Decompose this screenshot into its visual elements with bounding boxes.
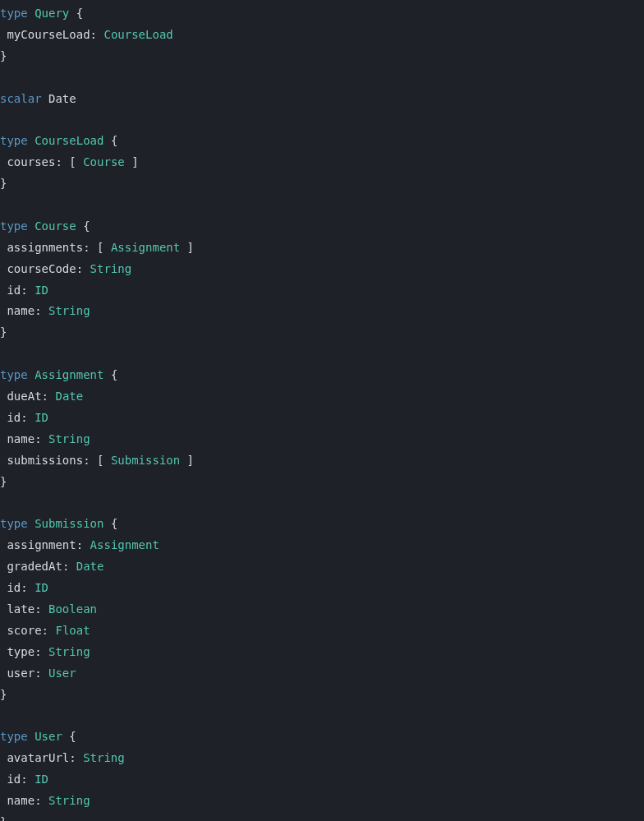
- token-brace: {: [104, 134, 117, 147]
- token-ftype: Date: [55, 390, 83, 403]
- token-field: id: [7, 773, 21, 786]
- token-tname: Query: [34, 7, 69, 20]
- token-kw: type: [0, 517, 28, 530]
- token-brace: :: [34, 794, 48, 807]
- token-kw: type: [0, 730, 28, 743]
- graphql-schema-code: type Query { myCourseLoad: CourseLoad } …: [0, 0, 644, 821]
- token-field: name: [7, 432, 34, 445]
- token-brace: :: [21, 581, 34, 594]
- token-ftype: ID: [34, 411, 48, 424]
- token-field: assignments: [7, 241, 83, 254]
- token-ftype: Assignment: [111, 241, 180, 254]
- token-brace: : [: [55, 155, 83, 168]
- token-ftype: Assignment: [90, 538, 159, 551]
- token-ftype: Boolean: [48, 602, 97, 616]
- token-brace: }: [0, 688, 7, 701]
- token-ftype: ID: [34, 773, 48, 786]
- token-brace: {: [104, 368, 117, 381]
- token-ftype: String: [48, 794, 90, 807]
- token-kw: type: [0, 219, 28, 233]
- token-ftype: String: [90, 262, 132, 275]
- token-brace: :: [76, 262, 90, 275]
- token-brace: :: [69, 751, 83, 764]
- token-brace: :: [34, 304, 48, 317]
- token-date: Date: [48, 92, 76, 105]
- token-brace: ]: [125, 155, 139, 168]
- token-brace: }: [0, 325, 7, 339]
- token-ftype: ID: [34, 581, 48, 594]
- token-field: id: [7, 411, 21, 424]
- token-field: user: [7, 666, 34, 680]
- token-brace: :: [76, 538, 90, 551]
- token-tname: User: [34, 730, 62, 743]
- token-kw: type: [0, 134, 28, 147]
- token-brace: {: [104, 517, 117, 530]
- token-ftype: Date: [76, 560, 104, 573]
- token-ftype: String: [83, 751, 125, 764]
- token-ftype: String: [48, 304, 90, 317]
- token-kw: type: [0, 7, 28, 20]
- token-kw: scalar: [0, 92, 42, 105]
- token-brace: :: [42, 390, 56, 403]
- token-field: id: [7, 581, 21, 594]
- token-field: type: [7, 645, 34, 658]
- token-kw: type: [0, 368, 28, 381]
- token-ftype: ID: [34, 284, 48, 297]
- token-tname: Course: [34, 219, 76, 233]
- token-brace: :: [34, 602, 48, 616]
- token-brace: {: [69, 7, 83, 20]
- token-brace: :: [21, 284, 34, 297]
- token-field: name: [7, 794, 34, 807]
- token-field: score: [7, 624, 41, 637]
- token-field: myCourseLoad: [7, 28, 90, 41]
- token-ftype: Course: [83, 155, 125, 168]
- token-brace: }: [0, 49, 7, 62]
- token-brace: :: [21, 411, 34, 424]
- token-brace: :: [62, 560, 76, 573]
- token-ftype: CourseLoad: [104, 28, 172, 41]
- token-tname: Submission: [34, 517, 104, 530]
- token-field: late: [7, 602, 34, 616]
- token-brace: :: [34, 666, 48, 680]
- token-brace: }: [0, 815, 7, 821]
- token-brace: : [: [83, 241, 111, 254]
- token-field: courses: [7, 155, 55, 168]
- token-brace: }: [0, 475, 7, 488]
- token-brace: :: [34, 432, 48, 445]
- token-field: name: [7, 304, 34, 317]
- token-field: gradedAt: [7, 560, 62, 573]
- token-field: dueAt: [7, 390, 41, 403]
- token-brace: ]: [180, 454, 194, 467]
- token-ftype: User: [48, 666, 76, 680]
- token-brace: :: [34, 645, 48, 658]
- token-ftype: Float: [55, 624, 90, 637]
- token-field: submissions: [7, 454, 83, 467]
- token-field: courseCode: [7, 262, 76, 275]
- token-field: id: [7, 284, 21, 297]
- token-brace: : [: [83, 454, 111, 467]
- token-brace: {: [76, 219, 90, 233]
- token-ftype: String: [48, 645, 90, 658]
- token-brace: :: [90, 28, 104, 41]
- token-field: avatarUrl: [7, 751, 69, 764]
- token-brace: ]: [180, 241, 194, 254]
- token-ftype: Submission: [111, 454, 180, 467]
- token-brace: :: [21, 773, 34, 786]
- token-brace: {: [62, 730, 76, 743]
- token-brace: :: [42, 624, 56, 637]
- token-tname: CourseLoad: [34, 134, 104, 147]
- token-brace: }: [0, 177, 7, 190]
- token-tname: Assignment: [34, 368, 104, 381]
- token-ftype: String: [48, 432, 90, 445]
- token-field: assignment: [7, 538, 76, 551]
